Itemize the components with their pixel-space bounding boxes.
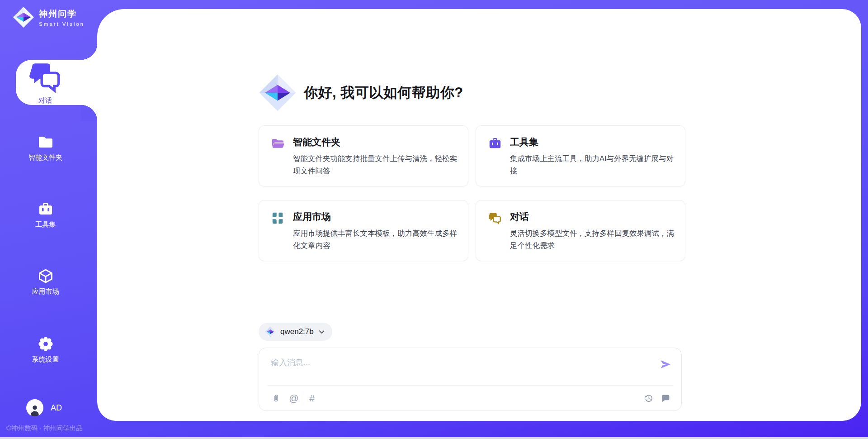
sidebar-item-settings[interactable]: 系统设置: [0, 336, 97, 364]
sidebar-item-app-market[interactable]: 应用市场: [0, 268, 97, 296]
history-button[interactable]: [642, 392, 654, 404]
card-smart-folder[interactable]: 智能文件夹 智能文件夹功能支持批量文件上传与清洗，轻松实现文件问答: [259, 125, 468, 186]
card-title: 工具集: [510, 136, 674, 148]
sidebar-item-label: 工具集: [35, 220, 56, 229]
briefcase-icon: [38, 201, 54, 217]
avatar: [26, 399, 43, 416]
sidebar-item-label: 智能文件夹: [28, 153, 62, 162]
hash-icon: #: [309, 393, 315, 403]
card-app-market[interactable]: 应用市场 应用市场提供丰富长文本模板，助力高效生成多样化文章内容: [259, 200, 468, 261]
history-icon: [644, 393, 653, 403]
topic-button[interactable]: #: [306, 392, 318, 404]
briefcase-icon: [488, 137, 502, 177]
folder-open-icon: [271, 137, 285, 177]
card-chat[interactable]: 对话 灵活切换多模型文件，支持多样回复效果调试，满足个性化需求: [476, 200, 685, 261]
card-title: 智能文件夹: [293, 136, 457, 148]
brand-name: 神州问学: [39, 8, 85, 20]
model-selector[interactable]: qwen2:7b: [259, 323, 332, 341]
paperclip-icon: [271, 393, 281, 403]
card-title: 应用市场: [293, 210, 457, 223]
main-panel: 你好, 我可以如何帮助你? 智能文件夹 智能文件夹功能支持批量文件上传与清洗，轻…: [97, 9, 861, 421]
at-icon: @: [289, 393, 298, 403]
message-composer: @ #: [259, 348, 682, 411]
sidebar-item-label: 对话: [38, 96, 52, 105]
chat-bubbles-icon: [28, 60, 62, 94]
attach-file-button[interactable]: [270, 392, 282, 404]
sidebar-item-label: 应用市场: [32, 287, 59, 296]
model-diamond-icon: [265, 326, 276, 337]
composer-toolbar: @ #: [259, 385, 681, 410]
message-input[interactable]: [259, 348, 681, 384]
chat-bubbles-icon: [488, 211, 502, 252]
person-icon: [28, 403, 42, 416]
brand-logo: 神州问学 Smart Vision: [13, 6, 85, 28]
feature-cards: 智能文件夹 智能文件夹功能支持批量文件上传与清洗，轻松实现文件问答 工具集 集成…: [259, 125, 685, 261]
send-icon: [659, 358, 672, 371]
sidebar-item-chat[interactable]: 对话: [16, 60, 97, 105]
card-description: 灵活切换多模型文件，支持多样回复效果调试，满足个性化需求: [510, 227, 674, 252]
card-description: 集成市场上主流工具，助力AI与外界无缝扩展与对接: [510, 153, 674, 177]
greeting-title: 你好, 我可以如何帮助你?: [304, 83, 463, 102]
sidebar-nav: 对话 智能文件夹 工具集 应用市场: [0, 60, 97, 364]
brand-diamond-icon: [13, 6, 34, 28]
card-title: 对话: [510, 210, 674, 223]
model-name: qwen2:7b: [280, 327, 314, 336]
sidebar-item-toolset[interactable]: 工具集: [0, 201, 97, 229]
cube-icon: [38, 268, 54, 284]
sidebar-item-smart-folder[interactable]: 智能文件夹: [0, 134, 97, 162]
gear-icon: [38, 336, 54, 352]
folder-icon: [38, 134, 54, 150]
chat-bubble-icon: [661, 393, 670, 403]
card-description: 应用市场提供丰富长文本模板，助力高效生成多样化文章内容: [293, 227, 457, 252]
assistant-diamond-icon: [259, 74, 297, 112]
chevron-down-icon: [318, 329, 325, 335]
card-description: 智能文件夹功能支持批量文件上传与清洗，轻松实现文件问答: [293, 153, 457, 177]
chat-panel-button[interactable]: [660, 392, 671, 404]
copyright-text: ©神州数码 · 神州问学出品: [6, 424, 83, 433]
bottom-edge: [0, 437, 868, 439]
sidebar-item-label: 系统设置: [32, 355, 59, 364]
greeting-row: 你好, 我可以如何帮助你?: [259, 74, 463, 112]
brand-subtitle: Smart Vision: [39, 21, 85, 27]
send-button[interactable]: [659, 358, 672, 372]
user-name: AD: [51, 403, 62, 413]
card-toolset[interactable]: 工具集 集成市场上主流工具，助力AI与外界无缝扩展与对接: [476, 125, 685, 186]
user-account[interactable]: AD: [26, 399, 62, 416]
sidebar: 神州问学 Smart Vision 对话 智能文件夹 工具集: [0, 0, 97, 439]
apps-grid-icon: [271, 211, 285, 252]
mention-button[interactable]: @: [288, 392, 300, 404]
